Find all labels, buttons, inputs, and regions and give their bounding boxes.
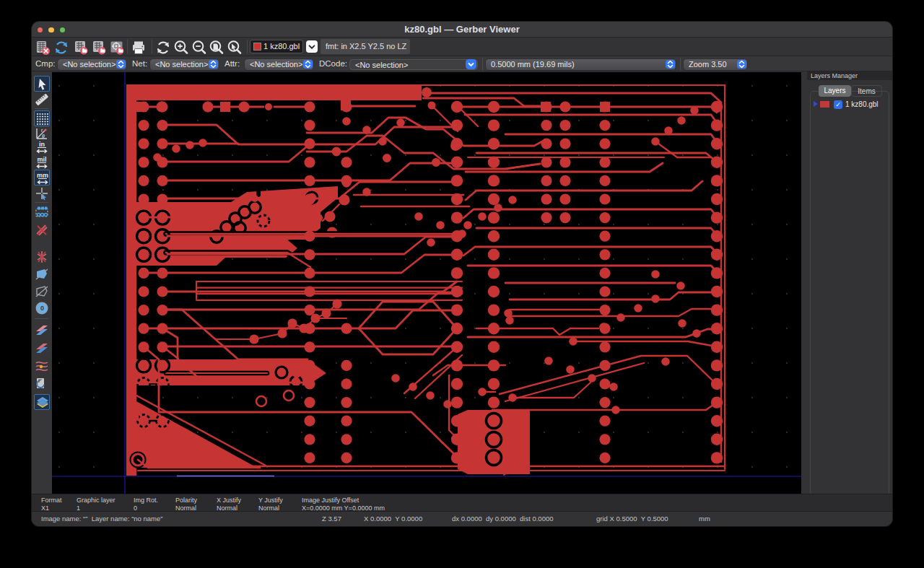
- svg-text:in: in: [39, 141, 45, 148]
- svg-text:θ: θ: [42, 134, 45, 139]
- svg-text:mm: mm: [37, 172, 48, 179]
- svg-text:0: 0: [40, 305, 44, 312]
- svg-text:mil: mil: [37, 156, 46, 163]
